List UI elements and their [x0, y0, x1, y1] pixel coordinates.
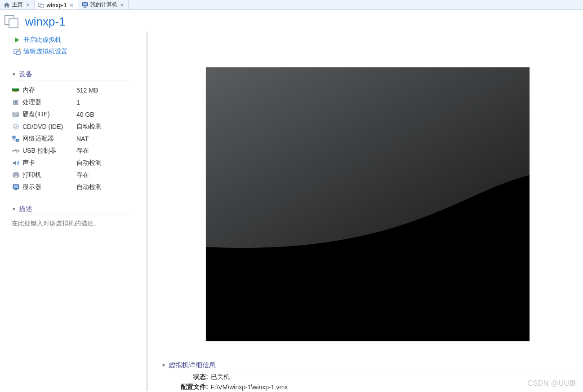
svg-rect-29 — [16, 139, 19, 141]
action-label: 开启此虚拟机 — [23, 36, 61, 44]
collapse-icon: ▼ — [12, 207, 16, 211]
network-icon — [12, 135, 20, 142]
device-row-usb[interactable]: USB 控制器 存在 — [12, 145, 133, 157]
device-name: 网络适配器 — [22, 135, 76, 143]
device-name: CD/DVD (IDE) — [22, 123, 76, 130]
details-row-config: 配置文件: F:\VM\winxp-1\winxp-1.vmx — [161, 383, 583, 391]
device-name: 硬盘(IDE) — [22, 110, 76, 119]
play-icon — [13, 36, 21, 44]
device-value: 存在 — [76, 171, 89, 179]
details-value: 已关机 — [211, 373, 230, 381]
svg-rect-7 — [9, 19, 18, 28]
vm-icon — [4, 13, 20, 30]
device-name: 打印机 — [22, 171, 76, 179]
svg-rect-3 — [83, 3, 87, 5]
details-value: F:\VM\winxp-1\winxp-1.vmx — [211, 383, 288, 391]
device-row-disk[interactable]: 硬盘(IDE) 40 GB — [12, 108, 133, 120]
device-name: 声卡 — [22, 159, 76, 167]
close-icon[interactable]: × — [69, 2, 74, 9]
device-list: 内存 512 MB 处理器 1 硬盘(IDE) 40 GB CD/DVD (ID… — [12, 84, 133, 193]
printer-icon — [12, 172, 20, 179]
device-row-cd-dvd[interactable]: CD/DVD (IDE) 自动检测 — [12, 120, 133, 132]
device-row-printer[interactable]: 打印机 存在 — [12, 169, 133, 181]
tabs-bar: 主页 × winxp-1 × 我的计算机 × — [0, 0, 583, 10]
vm-title-row: winxp-1 — [0, 10, 583, 31]
left-panel: 开启此虚拟机 编辑虚拟机设置 ▼ 设备 内存 512 MB 处理器 1 — [0, 31, 146, 391]
svg-rect-21 — [18, 91, 18, 92]
home-icon — [4, 2, 10, 8]
device-value: 40 GB — [76, 111, 94, 118]
svg-rect-18 — [15, 91, 16, 92]
details-key: 状态: — [175, 373, 208, 381]
svg-point-27 — [15, 126, 16, 127]
vm-icon — [38, 2, 45, 9]
svg-rect-20 — [17, 91, 18, 92]
vm-preview-wrap — [152, 54, 583, 354]
svg-rect-1 — [40, 4, 44, 8]
svg-rect-37 — [15, 189, 17, 189]
svg-rect-28 — [13, 136, 15, 138]
settings-icon — [13, 48, 21, 55]
svg-rect-13 — [16, 89, 17, 90]
svg-rect-17 — [14, 91, 15, 92]
tab-label: 主页 — [12, 1, 23, 9]
device-value: 存在 — [76, 147, 89, 155]
device-row-cpu[interactable]: 处理器 1 — [12, 96, 133, 108]
tab-my-computer[interactable]: 我的计算机 × — [78, 0, 129, 9]
svg-rect-34 — [14, 176, 18, 178]
right-panel: ▼ 虚拟机详细信息 状态: 已关机 配置文件: F:\VM\winxp-1\wi… — [148, 31, 583, 391]
device-row-network[interactable]: 网络适配器 NAT — [12, 132, 133, 145]
sound-icon — [12, 159, 20, 167]
collapse-icon: ▼ — [161, 363, 166, 368]
svg-rect-19 — [16, 91, 17, 92]
tab-label: winxp-1 — [47, 2, 67, 9]
svg-rect-4 — [84, 6, 86, 7]
devices-section-header[interactable]: ▼ 设备 — [12, 70, 133, 80]
action-label: 编辑虚拟机设置 — [23, 48, 67, 56]
close-icon[interactable]: × — [25, 1, 31, 8]
vm-console-preview[interactable] — [206, 67, 530, 341]
section-label: 设备 — [19, 70, 32, 79]
svg-rect-5 — [83, 7, 86, 7]
vm-details-box: ▼ 虚拟机详细信息 状态: 已关机 配置文件: F:\VM\winxp-1\wi… — [161, 361, 583, 391]
description-section-header[interactable]: ▼ 描述 — [12, 205, 133, 215]
svg-rect-11 — [13, 89, 14, 90]
device-row-memory[interactable]: 内存 512 MB — [12, 84, 133, 96]
device-value: 自动检测 — [76, 159, 102, 167]
power-on-vm-link[interactable]: 开启此虚拟机 — [12, 35, 146, 47]
svg-rect-38 — [14, 189, 18, 190]
device-name: 显示器 — [22, 183, 76, 191]
svg-rect-23 — [15, 101, 17, 103]
disk-icon — [12, 111, 20, 118]
svg-rect-36 — [13, 185, 18, 188]
svg-rect-9 — [16, 51, 20, 54]
display-icon — [12, 184, 20, 191]
device-name: 处理器 — [22, 98, 76, 106]
close-icon[interactable]: × — [120, 1, 125, 8]
device-value: 512 MB — [76, 87, 98, 94]
details-key: 配置文件: — [175, 383, 208, 391]
collapse-icon: ▼ — [12, 72, 16, 77]
memory-icon — [12, 87, 20, 94]
svg-rect-15 — [13, 91, 13, 92]
cd-icon — [12, 123, 20, 130]
vm-title: winxp-1 — [25, 15, 66, 29]
svg-rect-12 — [14, 89, 15, 90]
device-value: 自动检测 — [76, 123, 102, 131]
vm-details-header[interactable]: ▼ 虚拟机详细信息 — [161, 361, 583, 371]
edit-vm-settings-link[interactable]: 编辑虚拟机设置 — [12, 47, 146, 58]
details-row-state: 状态: 已关机 — [161, 373, 583, 381]
description-placeholder[interactable]: 在此处键入对该虚拟机的描述。 — [12, 220, 124, 228]
device-value: 自动检测 — [76, 183, 102, 191]
svg-rect-31 — [18, 150, 19, 151]
usb-icon — [12, 147, 20, 154]
tab-home[interactable]: 主页 × — [0, 0, 35, 9]
section-label: 描述 — [19, 205, 32, 213]
svg-rect-16 — [13, 91, 14, 92]
device-name: USB 控制器 — [22, 147, 76, 155]
tab-vm-winxp-1[interactable]: winxp-1 × — [35, 0, 78, 9]
device-row-display[interactable]: 显示器 自动检测 — [12, 181, 133, 193]
svg-rect-14 — [17, 89, 18, 90]
device-row-sound[interactable]: 声卡 自动检测 — [12, 157, 133, 169]
cpu-icon — [12, 99, 20, 106]
